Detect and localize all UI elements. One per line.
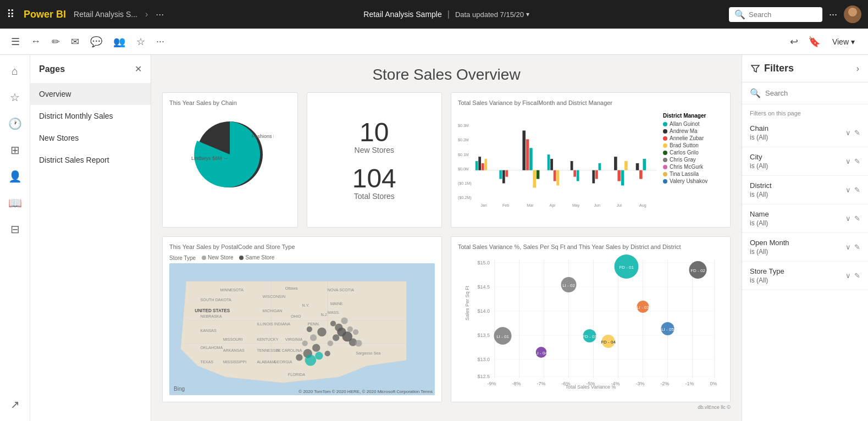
grid-icon[interactable]: ⠿	[7, 8, 15, 21]
bar-chart-card[interactable]: Total Sales Variance by FiscalMonth and …	[451, 92, 731, 228]
breadcrumb-arrow: ›	[145, 9, 148, 19]
page-item-district-monthly[interactable]: District Monthly Sales	[30, 105, 151, 127]
bookmark-icon[interactable]: 🔖	[806, 34, 822, 50]
nav-separator: |	[447, 9, 450, 19]
sidebar-expand-icon[interactable]: ↗	[6, 394, 24, 416]
page-item-new-stores[interactable]: New Stores	[30, 127, 151, 149]
filter-icon	[751, 64, 760, 73]
toolbar-right: ↩ 🔖 View ▾	[788, 34, 859, 50]
sidebar-favorites-icon[interactable]: ☆	[5, 86, 24, 108]
left-sidebar: ⌂ ☆ 🕐 ⊞ 👤 📖 ⊟ ↗	[0, 55, 30, 421]
svg-point-85	[347, 326, 353, 331]
svg-point-81	[330, 320, 336, 326]
sidebar-people-icon[interactable]: 👤	[4, 165, 26, 187]
svg-text:FLORIDA: FLORIDA	[288, 372, 305, 377]
view-button[interactable]: View ▾	[828, 35, 859, 48]
breadcrumb[interactable]: Retail Analysis S...	[74, 10, 137, 19]
filter-chevron-icon[interactable]: ∨	[845, 272, 851, 280]
filter-value: is (All)	[750, 248, 789, 256]
filter-clear-icon[interactable]: ✎	[854, 214, 860, 223]
attribution: db.vlEnce llc ©	[162, 405, 731, 410]
filter-chevron-icon[interactable]: ∨	[845, 186, 851, 194]
filter-clear-icon[interactable]: ✎	[854, 129, 860, 137]
filter-item[interactable]: District is (All) ∨ ✎	[742, 176, 868, 204]
filter-item[interactable]: Store Type is (All) ∨ ✎	[742, 262, 868, 290]
filter-item-header[interactable]: City is (All) ∨ ✎	[750, 153, 860, 170]
svg-text:Sargasso Sea: Sargasso Sea	[356, 351, 380, 356]
sidebar-learn-icon[interactable]: 📖	[4, 192, 26, 214]
svg-text:UNITED STATES: UNITED STATES	[195, 308, 230, 313]
nav-more-dots[interactable]: ···	[156, 9, 164, 20]
nav-options-icon[interactable]: ···	[829, 9, 837, 20]
search-icon: 🔍	[734, 9, 745, 20]
pie-chart-card[interactable]: This Year Sales by Chain Fashions Direct…	[162, 92, 298, 228]
filters-search-input[interactable]	[765, 89, 860, 97]
filter-item-header[interactable]: Store Type is (All) ∨ ✎	[750, 267, 860, 284]
map-card[interactable]: This Year Sales by PostalCode and Store …	[162, 236, 442, 402]
sidebar-recent-icon[interactable]: 🕐	[4, 113, 26, 135]
sidebar-home-icon[interactable]: ⌂	[7, 60, 23, 82]
sidebar-workspace-icon[interactable]: ⊟	[6, 218, 24, 240]
svg-rect-38	[643, 159, 646, 170]
pages-close-icon[interactable]: ✕	[135, 64, 142, 74]
svg-rect-33	[617, 170, 621, 181]
filter-item-header[interactable]: Open Month is (All) ∨ ✎	[750, 239, 860, 256]
filter-item[interactable]: Name is (All) ∨ ✎	[742, 204, 868, 233]
bubble-chart-card[interactable]: Total Sales Variance %, Sales Per Sq Ft …	[451, 236, 731, 402]
svg-rect-30	[595, 170, 598, 179]
bing-logo: Bing	[174, 386, 185, 392]
nav-search-input[interactable]	[749, 10, 815, 19]
toolbar-more-icon[interactable]: ···	[154, 34, 167, 49]
map-container[interactable]: SOUTH DAKOTA NEBRASKA KANSAS OKLAHOMA TE…	[169, 263, 435, 395]
svg-rect-29	[592, 170, 595, 184]
filters-panel: Filters › 🔍 Filters on this page Chain i…	[742, 55, 868, 421]
sidebar-apps-icon[interactable]: ⊞	[6, 139, 24, 161]
svg-text:TEXAS: TEXAS	[201, 359, 214, 364]
filter-item[interactable]: Chain is (All) ∨ ✎	[742, 119, 868, 147]
edit-icon[interactable]: ✏	[49, 34, 62, 50]
filters-expand-icon[interactable]: ›	[856, 64, 859, 74]
filter-value: is (All)	[750, 162, 768, 170]
page-item-district-sales[interactable]: District Sales Report	[30, 149, 151, 171]
email-icon[interactable]: ✉	[69, 34, 81, 50]
reading-view-icon[interactable]: ☰	[9, 34, 22, 50]
filter-chevron-icon[interactable]: ∨	[845, 243, 851, 251]
new-stores-value: 10	[355, 119, 394, 146]
report-title: Store Sales Overview	[162, 66, 731, 84]
svg-rect-36	[636, 163, 639, 170]
dm-legend-item: Tina Lassila	[663, 171, 723, 177]
svg-text:VIRGINIA: VIRGINIA	[285, 336, 303, 341]
filter-chevron-icon[interactable]: ∨	[845, 214, 851, 223]
svg-text:-2%: -2%	[661, 381, 670, 386]
filter-item[interactable]: Open Month is (All) ∨ ✎	[742, 233, 868, 262]
kpi-container: 10 New Stores 104 Total Stores	[314, 99, 435, 220]
total-stores-kpi: 104 Total Stores	[352, 165, 396, 201]
svg-text:Feb: Feb	[502, 203, 509, 208]
nav-search-box[interactable]: 🔍	[729, 7, 822, 22]
teams-icon[interactable]: 👥	[111, 34, 128, 50]
filter-chevron-icon[interactable]: ∨	[845, 157, 851, 165]
svg-point-96	[296, 354, 302, 361]
filter-clear-icon[interactable]: ✎	[854, 157, 860, 165]
undo-icon[interactable]: ↩	[788, 34, 800, 50]
page-item-overview[interactable]: Overview	[30, 83, 151, 105]
filter-clear-icon[interactable]: ✎	[854, 272, 860, 280]
filter-chevron-icon[interactable]: ∨	[845, 129, 851, 137]
svg-text:Aug: Aug	[639, 203, 646, 208]
filter-item-header[interactable]: Name is (All) ∨ ✎	[750, 210, 860, 227]
nav-chevron-down-icon[interactable]: ▾	[526, 10, 529, 18]
pages-title: Pages	[39, 64, 65, 74]
page-district-sales-label: District Sales Report	[39, 156, 109, 164]
filter-clear-icon[interactable]: ✎	[854, 186, 860, 194]
page-new-stores-label: New Stores	[39, 134, 79, 142]
enter-focus-icon[interactable]: ↔	[29, 34, 43, 49]
total-stores-label: Total Stores	[352, 192, 396, 201]
filter-item-header[interactable]: District is (All) ∨ ✎	[750, 181, 860, 198]
filter-clear-icon[interactable]: ✎	[854, 243, 860, 251]
user-avatar[interactable]	[844, 5, 861, 23]
comment-icon[interactable]: 💬	[88, 34, 104, 50]
map-title: This Year Sales by PostalCode and Store …	[169, 243, 435, 250]
favorites-icon[interactable]: ☆	[134, 34, 147, 50]
filter-item[interactable]: City is (All) ∨ ✎	[742, 147, 868, 176]
filter-item-header[interactable]: Chain is (All) ∨ ✎	[750, 124, 860, 141]
